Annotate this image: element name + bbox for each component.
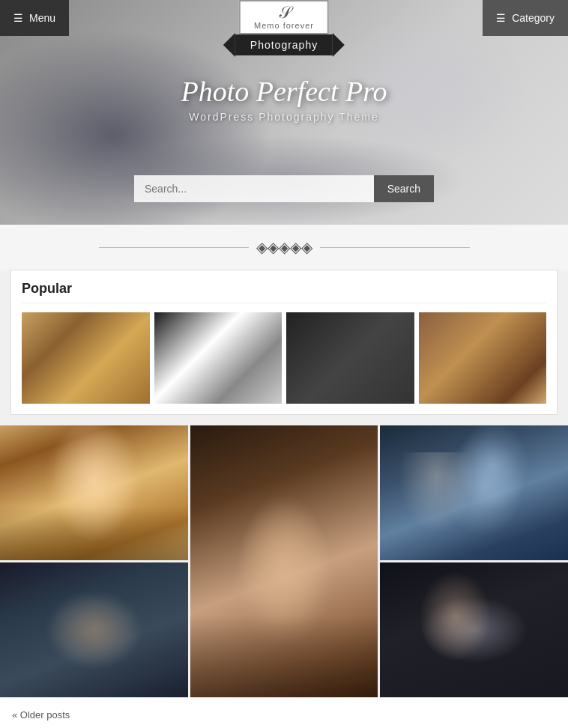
popular-grid (22, 312, 546, 404)
hero-subtitle: WordPress Photography Theme (181, 111, 387, 123)
divider-section: ◈◈◈◈◈ (0, 225, 568, 270)
photo-cell-2[interactable] (190, 425, 378, 697)
menu-icon: ☰ (13, 12, 23, 24)
logo-area: 𝒮 Memo forever Photography (223, 0, 345, 57)
logo-text: Memo forever (253, 21, 315, 30)
older-posts-link[interactable]: « Older posts (12, 709, 70, 721)
photo-image-5 (380, 562, 568, 697)
logo-swirl: 𝒮 (253, 4, 315, 21)
popular-item-2[interactable] (154, 312, 283, 404)
pagination-bar: « Older posts (0, 697, 568, 728)
banner-arrow-right (333, 33, 345, 57)
header-hero: ☰ Menu 𝒮 Memo forever Photography ☰ Cate… (0, 0, 568, 225)
hero-text-area: Photo Perfect Pro WordPress Photography … (181, 75, 387, 123)
photo-cell-3[interactable] (380, 425, 568, 560)
ornament-symbol: ◈◈◈◈◈ (256, 238, 312, 256)
menu-button[interactable]: ☰ Menu (0, 0, 69, 36)
photo-cell-5[interactable] (380, 562, 568, 697)
photo-image-3 (380, 425, 568, 560)
photo-cell-4[interactable] (0, 562, 188, 697)
category-label: Category (512, 12, 555, 24)
photography-label: Photography (235, 34, 333, 55)
photo-image-2 (190, 425, 378, 697)
popular-image-1 (22, 312, 150, 404)
popular-image-2 (154, 312, 283, 404)
photo-image-1 (0, 425, 188, 560)
photo-image-4 (0, 562, 188, 697)
photo-grid (0, 425, 568, 697)
category-icon: ☰ (496, 12, 506, 24)
hero-title: Photo Perfect Pro (181, 75, 387, 108)
menu-label: Menu (29, 12, 55, 24)
popular-image-4 (419, 312, 547, 404)
popular-section: Popular (10, 270, 558, 415)
photo-cell-1[interactable] (0, 425, 188, 560)
top-navigation: ☰ Menu 𝒮 Memo forever Photography ☰ Cate… (0, 0, 568, 36)
banner-arrow-left (223, 33, 235, 57)
popular-item-4[interactable] (419, 312, 547, 404)
category-button[interactable]: ☰ Category (483, 0, 568, 36)
popular-item-1[interactable] (22, 312, 150, 404)
search-bar: Search (134, 175, 434, 202)
popular-title: Popular (22, 281, 546, 303)
search-input[interactable] (134, 175, 374, 202)
popular-item-3[interactable] (286, 312, 414, 404)
popular-image-3 (286, 312, 414, 404)
logo-box[interactable]: 𝒮 Memo forever (239, 0, 329, 34)
photography-banner: Photography (223, 33, 345, 57)
ornament-line: ◈◈◈◈◈ (0, 238, 568, 256)
search-button[interactable]: Search (374, 175, 434, 202)
